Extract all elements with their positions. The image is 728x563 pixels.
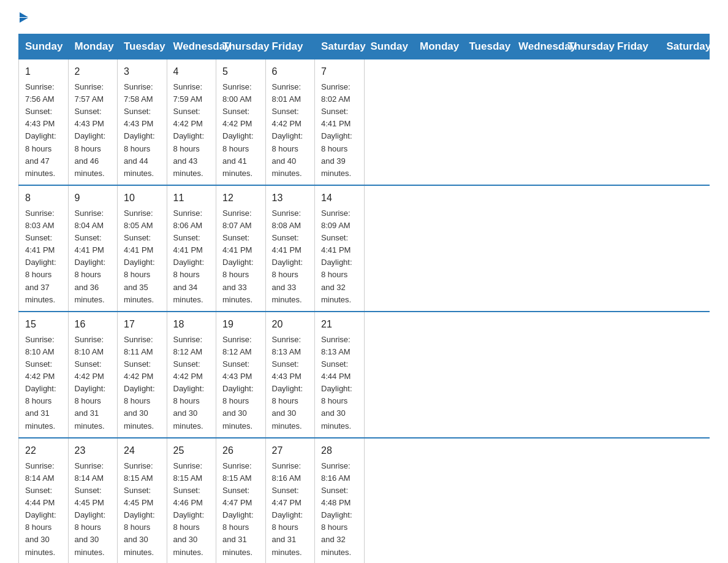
day-number: 5 — [222, 64, 259, 80]
day-number: 12 — [222, 191, 259, 206]
day-info: Sunrise: 8:14 AMSunset: 4:45 PMDaylight:… — [75, 460, 112, 559]
header-friday: Friday — [611, 34, 661, 59]
day-number: 1 — [25, 64, 62, 80]
day-number: 24 — [124, 443, 161, 459]
header-saturday: Saturday — [660, 34, 710, 59]
calendar-cell: 15Sunrise: 8:10 AMSunset: 4:42 PMDayligh… — [19, 312, 69, 438]
day-info: Sunrise: 8:11 AMSunset: 4:42 PMDaylight:… — [124, 334, 161, 432]
calendar-header-row: SundayMondayTuesdayWednesdayThursdayFrid… — [19, 34, 710, 59]
calendar-cell: 23Sunrise: 8:14 AMSunset: 4:45 PMDayligh… — [68, 438, 118, 563]
calendar-week-row: 1Sunrise: 7:56 AMSunset: 4:43 PMDaylight… — [19, 59, 710, 185]
day-info: Sunrise: 7:57 AMSunset: 4:43 PMDaylight:… — [75, 81, 112, 180]
calendar-cell: 28Sunrise: 8:16 AMSunset: 4:48 PMDayligh… — [315, 438, 365, 563]
header-saturday: Saturday — [315, 34, 365, 59]
day-info: Sunrise: 8:12 AMSunset: 4:43 PMDaylight:… — [222, 334, 259, 432]
day-info: Sunrise: 8:13 AMSunset: 4:44 PMDaylight:… — [321, 334, 358, 432]
day-number: 28 — [321, 443, 358, 459]
day-number: 16 — [75, 317, 112, 332]
header-friday: Friday — [265, 34, 315, 59]
calendar-cell: 16Sunrise: 8:10 AMSunset: 4:42 PMDayligh… — [68, 312, 118, 438]
calendar-cell: 18Sunrise: 8:12 AMSunset: 4:42 PMDayligh… — [167, 312, 216, 438]
day-number: 20 — [272, 317, 309, 332]
calendar-cell: 25Sunrise: 8:15 AMSunset: 4:46 PMDayligh… — [167, 438, 216, 563]
day-info: Sunrise: 7:56 AMSunset: 4:43 PMDaylight:… — [25, 81, 62, 180]
calendar-cell: 7Sunrise: 8:02 AMSunset: 4:41 PMDaylight… — [315, 59, 365, 185]
calendar-cell: 3Sunrise: 7:58 AMSunset: 4:43 PMDaylight… — [118, 59, 167, 185]
day-number: 15 — [25, 317, 62, 332]
day-number: 7 — [321, 64, 358, 80]
day-number: 11 — [173, 191, 210, 206]
calendar-cell: 11Sunrise: 8:06 AMSunset: 4:41 PMDayligh… — [167, 185, 216, 312]
day-info: Sunrise: 8:10 AMSunset: 4:42 PMDaylight:… — [75, 334, 112, 432]
calendar-cell: 14Sunrise: 8:09 AMSunset: 4:41 PMDayligh… — [315, 185, 365, 312]
calendar-cell: 19Sunrise: 8:12 AMSunset: 4:43 PMDayligh… — [216, 312, 266, 438]
logo — [18, 12, 28, 23]
day-number: 26 — [222, 443, 259, 459]
calendar-cell: 5Sunrise: 8:00 AMSunset: 4:42 PMDaylight… — [216, 59, 266, 185]
calendar-cell: 17Sunrise: 8:11 AMSunset: 4:42 PMDayligh… — [118, 312, 167, 438]
day-number: 23 — [75, 443, 112, 459]
logo-triangle-top — [20, 12, 28, 17]
calendar-table: SundayMondayTuesdayWednesdayThursdayFrid… — [18, 34, 710, 563]
calendar-cell: 22Sunrise: 8:14 AMSunset: 4:44 PMDayligh… — [19, 438, 69, 563]
calendar-week-row: 15Sunrise: 8:10 AMSunset: 4:42 PMDayligh… — [19, 312, 710, 438]
day-number: 4 — [173, 64, 210, 80]
calendar-cell: 13Sunrise: 8:08 AMSunset: 4:41 PMDayligh… — [265, 185, 315, 312]
day-number: 18 — [173, 317, 210, 332]
day-number: 9 — [75, 191, 112, 206]
day-info: Sunrise: 8:06 AMSunset: 4:41 PMDaylight:… — [173, 207, 210, 306]
day-info: Sunrise: 8:13 AMSunset: 4:43 PMDaylight:… — [272, 334, 309, 432]
day-number: 6 — [272, 64, 309, 80]
header-tuesday: Tuesday — [463, 34, 512, 59]
day-number: 3 — [124, 64, 161, 80]
header-monday: Monday — [68, 34, 118, 59]
calendar-cell: 8Sunrise: 8:03 AMSunset: 4:41 PMDaylight… — [19, 185, 69, 312]
day-info: Sunrise: 8:14 AMSunset: 4:44 PMDaylight:… — [25, 460, 62, 559]
day-info: Sunrise: 8:09 AMSunset: 4:41 PMDaylight:… — [321, 207, 358, 306]
day-number: 21 — [321, 317, 358, 332]
logo-triangle-bottom — [20, 18, 28, 23]
day-info: Sunrise: 8:12 AMSunset: 4:42 PMDaylight:… — [173, 334, 210, 432]
calendar-cell: 27Sunrise: 8:16 AMSunset: 4:47 PMDayligh… — [265, 438, 315, 563]
calendar-week-row: 22Sunrise: 8:14 AMSunset: 4:44 PMDayligh… — [19, 438, 710, 563]
calendar-cell: 12Sunrise: 8:07 AMSunset: 4:41 PMDayligh… — [216, 185, 266, 312]
header-thursday: Thursday — [216, 34, 266, 59]
calendar-cell: 2Sunrise: 7:57 AMSunset: 4:43 PMDaylight… — [68, 59, 118, 185]
day-info: Sunrise: 7:58 AMSunset: 4:43 PMDaylight:… — [124, 81, 161, 180]
day-number: 2 — [75, 64, 112, 80]
day-info: Sunrise: 7:59 AMSunset: 4:42 PMDaylight:… — [173, 81, 210, 180]
calendar-cell: 24Sunrise: 8:15 AMSunset: 4:45 PMDayligh… — [118, 438, 167, 563]
day-info: Sunrise: 8:16 AMSunset: 4:47 PMDaylight:… — [272, 460, 309, 559]
day-number: 19 — [222, 317, 259, 332]
day-info: Sunrise: 8:07 AMSunset: 4:41 PMDaylight:… — [222, 207, 259, 306]
day-number: 8 — [25, 191, 62, 206]
day-info: Sunrise: 8:04 AMSunset: 4:41 PMDaylight:… — [75, 207, 112, 306]
day-info: Sunrise: 8:15 AMSunset: 4:47 PMDaylight:… — [222, 460, 259, 559]
day-info: Sunrise: 8:08 AMSunset: 4:41 PMDaylight:… — [272, 207, 309, 306]
header-sunday: Sunday — [19, 34, 69, 59]
day-info: Sunrise: 8:10 AMSunset: 4:42 PMDaylight:… — [25, 334, 62, 432]
calendar-cell: 26Sunrise: 8:15 AMSunset: 4:47 PMDayligh… — [216, 438, 266, 563]
day-info: Sunrise: 8:00 AMSunset: 4:42 PMDaylight:… — [222, 81, 259, 180]
day-number: 10 — [124, 191, 161, 206]
day-number: 14 — [321, 191, 358, 206]
day-info: Sunrise: 8:15 AMSunset: 4:45 PMDaylight:… — [124, 460, 161, 559]
calendar-cell: 20Sunrise: 8:13 AMSunset: 4:43 PMDayligh… — [265, 312, 315, 438]
header-sunday: Sunday — [364, 34, 414, 59]
day-number: 17 — [124, 317, 161, 332]
calendar-cell: 1Sunrise: 7:56 AMSunset: 4:43 PMDaylight… — [19, 59, 69, 185]
day-info: Sunrise: 8:01 AMSunset: 4:42 PMDaylight:… — [272, 81, 309, 180]
calendar-cell: 10Sunrise: 8:05 AMSunset: 4:41 PMDayligh… — [118, 185, 167, 312]
day-info: Sunrise: 8:03 AMSunset: 4:41 PMDaylight:… — [25, 207, 62, 306]
calendar-cell: 21Sunrise: 8:13 AMSunset: 4:44 PMDayligh… — [315, 312, 365, 438]
day-info: Sunrise: 8:16 AMSunset: 4:48 PMDaylight:… — [321, 460, 358, 559]
header-monday: Monday — [414, 34, 463, 59]
day-number: 22 — [25, 443, 62, 459]
header-tuesday: Tuesday — [118, 34, 167, 59]
day-number: 13 — [272, 191, 309, 206]
calendar-week-row: 8Sunrise: 8:03 AMSunset: 4:41 PMDaylight… — [19, 185, 710, 312]
header-wednesday: Wednesday — [167, 34, 216, 59]
header-wednesday: Wednesday — [512, 34, 562, 59]
day-info: Sunrise: 8:05 AMSunset: 4:41 PMDaylight:… — [124, 207, 161, 306]
calendar-cell: 4Sunrise: 7:59 AMSunset: 4:42 PMDaylight… — [167, 59, 216, 185]
